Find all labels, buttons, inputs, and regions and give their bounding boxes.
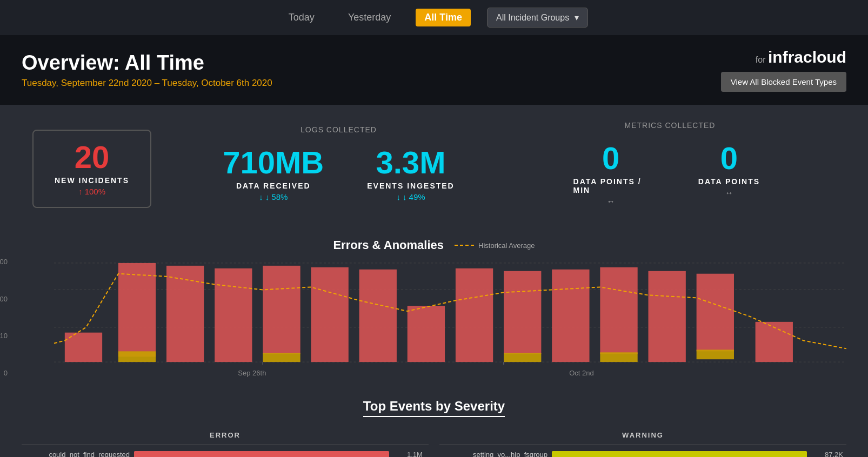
events-ingested-value: 3.3M (376, 147, 446, 178)
incidents-change: ↑ 100% (78, 187, 105, 196)
event-count: 87.2K (825, 451, 846, 457)
header-left: Overview: All Time Tuesday, September 22… (22, 51, 272, 89)
today-tab[interactable]: Today (280, 9, 323, 26)
event-name: could_not_find_requested (22, 451, 130, 457)
svg-rect-20 (649, 271, 686, 362)
svg-rect-15 (504, 271, 541, 354)
header-right: for infracloud View All Blocked Event Ty… (721, 48, 846, 92)
event-bar (134, 451, 389, 457)
view-blocked-button[interactable]: View All Blocked Event Types (721, 72, 846, 92)
events-ingested-change: ↓ ↓ 49% (396, 192, 425, 201)
chart-container: 1000 100 10 0 (22, 258, 846, 377)
section-title-wrap: Top Events by Severity (22, 399, 846, 420)
page-title: Overview: All Time (22, 51, 272, 75)
data-points-value: 0 (720, 143, 738, 174)
header-banner: Overview: All Time Tuesday, September 22… (0, 35, 868, 105)
chevron-down-icon: ▾ (575, 12, 579, 23)
svg-rect-14 (456, 268, 493, 362)
event-bar-wrap (552, 451, 820, 457)
chart-y-labels: 1000 100 10 0 (0, 258, 8, 377)
events-ingested-label: EVENTS INGESTED (367, 182, 454, 190)
metrics-stats: 0 DATA POINTS / MIN ↔ 0 DATA POINTS ↔ (563, 132, 778, 217)
data-points-min-label: DATA POINTS / MIN (573, 177, 649, 194)
data-received-label: DATA RECEIVED (236, 182, 311, 190)
metrics-group: Metrics Collected 0 DATA POINTS / MIN ↔ … (504, 121, 836, 217)
brand-text: for infracloud (756, 48, 846, 66)
incidents-card: 20 NEW INCIDENTS ↑ 100% (32, 130, 151, 208)
incident-group-dropdown[interactable]: All Incident Groups ▾ (487, 8, 588, 28)
chart-header: Errors & Anomalies Historical Average (22, 238, 846, 252)
svg-rect-13 (408, 306, 445, 362)
svg-rect-12 (359, 270, 397, 362)
event-bar (552, 451, 807, 457)
error-items-container: could_not_find_requested 1.1M component_… (22, 451, 429, 457)
events-grid: ERROR could_not_find_requested 1.1M comp… (22, 431, 846, 457)
section-title: Top Events by Severity (363, 399, 505, 417)
svg-rect-16 (504, 353, 541, 362)
data-received-change: ↓ ↓ 58% (259, 192, 288, 201)
data-points-change: ↔ (725, 188, 733, 197)
svg-rect-11 (311, 267, 348, 362)
svg-rect-7 (166, 266, 204, 362)
svg-rect-10 (263, 353, 300, 362)
data-received-value: 710MB (223, 147, 324, 178)
alltime-tab[interactable]: All Time (416, 9, 471, 26)
logs-section-label: Logs Collected (301, 125, 377, 134)
events-ingested-card: 3.3M EVENTS INGESTED ↓ ↓ 49% (356, 136, 465, 212)
chart-legend: Historical Average (455, 241, 535, 250)
warning-column-header: WARNING (439, 431, 846, 445)
dashed-line-icon (455, 245, 474, 246)
chart-svg (54, 258, 846, 365)
metrics-section-label: Metrics Collected (625, 121, 716, 130)
top-events-section: Top Events by Severity ERROR could_not_f… (0, 388, 868, 457)
incidents-label: NEW INCIDENTS (55, 176, 129, 185)
chart-x-labels: Sep 26th Oct 2nd (86, 369, 846, 377)
svg-rect-18 (600, 267, 637, 354)
down-arrow-icon: ↓ (259, 192, 263, 201)
svg-rect-19 (600, 352, 637, 362)
warning-event-row: setting_vo...hip_fsgroup 87.2K (439, 451, 846, 457)
error-column-header: ERROR (22, 431, 429, 445)
svg-rect-8 (215, 268, 252, 362)
event-bar-wrap (134, 451, 403, 457)
event-count: 1.1M (407, 451, 429, 457)
chart-section: Errors & Anomalies Historical Average 10… (0, 233, 868, 388)
svg-rect-21 (697, 274, 734, 352)
incidents-value: 20 (75, 142, 110, 173)
svg-rect-9 (263, 266, 300, 354)
svg-rect-17 (552, 270, 589, 362)
stats-row: 20 NEW INCIDENTS ↑ 100% Logs Collected 7… (0, 105, 868, 233)
data-points-min-value: 0 (602, 143, 619, 174)
event-name: setting_vo...hip_fsgroup (439, 451, 547, 457)
down-arrow-icon-2: ↓ (396, 192, 400, 201)
data-points-label: DATA POINTS (698, 177, 760, 186)
error-column: ERROR could_not_find_requested 1.1M comp… (22, 431, 429, 457)
chart-title: Errors & Anomalies (333, 238, 444, 252)
data-received-card: 710MB DATA RECEIVED ↓ ↓ 58% (212, 136, 335, 212)
logs-stats: 710MB DATA RECEIVED ↓ ↓ 58% 3.3M EVENTS … (212, 136, 465, 212)
data-points-min-card: 0 DATA POINTS / MIN ↔ (563, 132, 659, 217)
error-event-row: could_not_find_requested 1.1M (22, 451, 429, 457)
data-points-card: 0 DATA POINTS ↔ (681, 132, 778, 217)
warning-items-container: setting_vo...hip_fsgroup 87.2K remains_u… (439, 451, 846, 457)
logs-group: Logs Collected 710MB DATA RECEIVED ↓ ↓ 5… (173, 125, 504, 212)
top-navigation: Today Yesterday All Time All Incident Gr… (0, 0, 868, 35)
svg-rect-22 (697, 350, 734, 359)
svg-rect-6 (118, 351, 156, 362)
date-range: Tuesday, September 22nd 2020 – Tuesday, … (22, 78, 272, 89)
yesterday-tab[interactable]: Yesterday (339, 9, 399, 26)
svg-rect-5 (118, 263, 156, 357)
data-points-min-change: ↔ (607, 197, 615, 206)
warning-column: WARNING setting_vo...hip_fsgroup 87.2K r… (439, 431, 846, 457)
